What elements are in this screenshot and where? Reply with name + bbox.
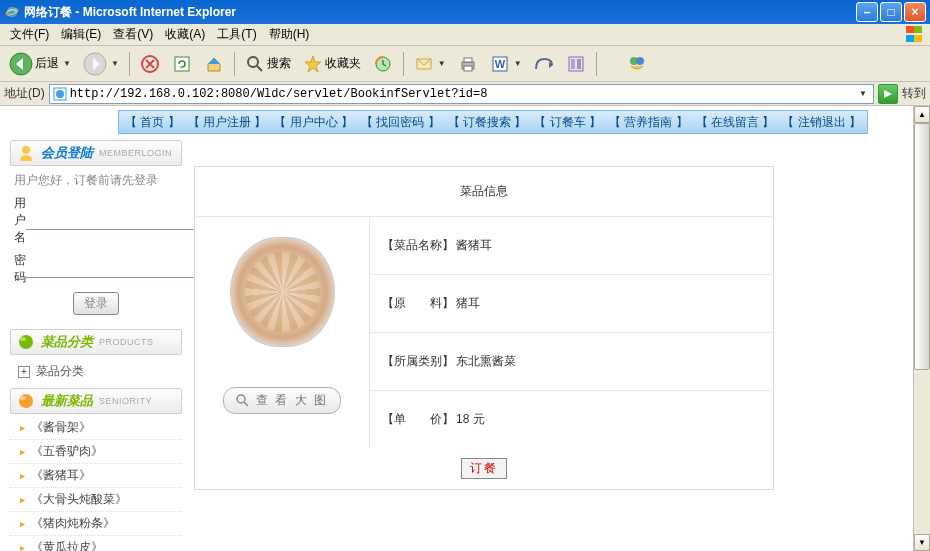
svg-rect-16: [577, 59, 581, 69]
discuss-button[interactable]: [529, 51, 559, 77]
page-icon: [52, 86, 68, 102]
toolbar: 后退 ▼ ▼ 搜索 收藏夹: [0, 46, 930, 82]
stop-button[interactable]: [135, 51, 165, 77]
print-button[interactable]: [453, 51, 483, 77]
windows-flag-icon: [906, 26, 926, 44]
go-button[interactable]: [878, 84, 898, 104]
print-icon: [458, 54, 478, 74]
svg-point-6: [248, 57, 258, 67]
go-label: 转到: [902, 85, 926, 102]
dropdown-icon: ▼: [63, 59, 71, 68]
edit-button[interactable]: W ▼: [485, 51, 527, 77]
home-button[interactable]: [199, 51, 229, 77]
menu-favorites[interactable]: 收藏(A): [159, 24, 211, 45]
home-icon: [204, 54, 224, 74]
svg-text:W: W: [495, 58, 506, 70]
svg-rect-11: [464, 66, 472, 71]
refresh-icon: [172, 54, 192, 74]
mail-button[interactable]: ▼: [409, 51, 451, 77]
window-title: 网络订餐 - Microsoft Internet Explorer: [24, 4, 856, 21]
dropdown-icon: ▼: [514, 59, 522, 68]
favorites-label: 收藏夹: [325, 55, 361, 72]
menu-file[interactable]: 文件(F): [4, 24, 55, 45]
minimize-button[interactable]: –: [856, 2, 878, 22]
search-button[interactable]: 搜索: [240, 51, 296, 77]
dropdown-icon: ▼: [438, 59, 446, 68]
star-icon: [303, 54, 323, 74]
ie-icon: [4, 4, 20, 20]
stop-icon: [140, 54, 160, 74]
forward-icon: [83, 52, 107, 76]
research-button[interactable]: [561, 51, 591, 77]
address-label: 地址(D): [4, 85, 45, 102]
back-label: 后退: [35, 55, 59, 72]
messenger-icon: [627, 54, 647, 74]
history-button[interactable]: [368, 51, 398, 77]
close-button[interactable]: ×: [904, 2, 926, 22]
dropdown-icon[interactable]: ▼: [855, 89, 871, 98]
addressbar: 地址(D) ▼ 转到: [0, 82, 930, 106]
address-input[interactable]: [70, 87, 855, 101]
menu-view[interactable]: 查看(V): [107, 24, 159, 45]
menu-edit[interactable]: 编辑(E): [55, 24, 107, 45]
address-box[interactable]: ▼: [49, 84, 874, 104]
back-icon: [9, 52, 33, 76]
menubar: 文件(F) 编辑(E) 查看(V) 收藏(A) 工具(T) 帮助(H): [0, 24, 930, 46]
maximize-button[interactable]: □: [880, 2, 902, 22]
messenger-button[interactable]: [622, 51, 652, 77]
favorites-button[interactable]: 收藏夹: [298, 51, 366, 77]
back-button[interactable]: 后退 ▼: [4, 49, 76, 79]
search-icon: [245, 54, 265, 74]
svg-rect-15: [571, 59, 575, 69]
mail-icon: [414, 54, 434, 74]
menu-help[interactable]: 帮助(H): [263, 24, 316, 45]
dropdown-icon: ▼: [111, 59, 119, 68]
svg-point-18: [636, 57, 644, 65]
word-icon: W: [490, 54, 510, 74]
forward-button[interactable]: ▼: [78, 49, 124, 79]
refresh-button[interactable]: [167, 51, 197, 77]
search-label: 搜索: [267, 55, 291, 72]
research-icon: [566, 54, 586, 74]
discuss-icon: [534, 54, 554, 74]
menu-tools[interactable]: 工具(T): [211, 24, 262, 45]
svg-rect-5: [175, 57, 189, 71]
titlebar: 网络订餐 - Microsoft Internet Explorer – □ ×: [0, 0, 930, 24]
svg-point-20: [56, 90, 64, 98]
svg-rect-10: [464, 58, 472, 62]
history-icon: [373, 54, 393, 74]
